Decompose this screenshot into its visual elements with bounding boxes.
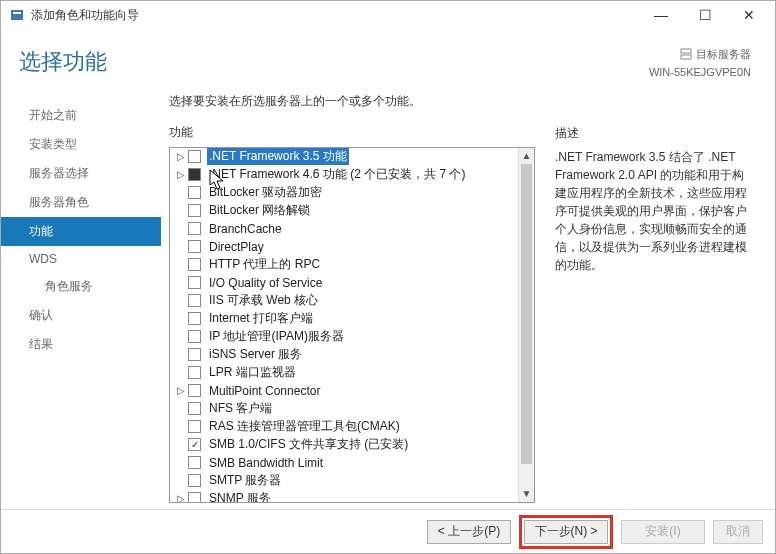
server-icon	[679, 47, 693, 65]
feature-row-4[interactable]: BranchCache	[170, 220, 534, 238]
feature-label: .NET Framework 4.6 功能 (2 个已安装，共 7 个)	[207, 166, 467, 183]
feature-row-14[interactable]: NFS 客户端	[170, 400, 534, 418]
feature-label: BitLocker 网络解锁	[207, 202, 312, 219]
scroll-up-icon[interactable]: ▲	[519, 148, 534, 164]
feature-row-8[interactable]: IIS 可承载 Web 核心	[170, 292, 534, 310]
feature-label: SMB 1.0/CIFS 文件共享支持 (已安装)	[207, 436, 410, 453]
feature-label: I/O Quality of Service	[207, 276, 324, 290]
feature-row-3[interactable]: BitLocker 网络解锁	[170, 202, 534, 220]
sidebar-item-0[interactable]: 开始之前	[1, 101, 161, 130]
feature-checkbox[interactable]	[188, 456, 201, 469]
feature-checkbox[interactable]	[188, 492, 201, 502]
tree-twisty-icon[interactable]: ▷	[176, 493, 186, 502]
sidebar-item-8[interactable]: 结果	[1, 330, 161, 359]
feature-checkbox[interactable]	[188, 294, 201, 307]
feature-row-10[interactable]: IP 地址管理(IPAM)服务器	[170, 328, 534, 346]
tree-twisty-icon[interactable]: ▷	[176, 151, 186, 162]
svg-rect-0	[11, 10, 23, 20]
feature-label: RAS 连接管理器管理工具包(CMAK)	[207, 418, 402, 435]
wizard-footer: < 上一步(P) 下一步(N) > 安装(I) 取消	[1, 509, 775, 553]
feature-label: BranchCache	[207, 222, 284, 236]
description-label: 描述	[555, 125, 755, 142]
target-server-label: 目标服务器	[696, 48, 751, 60]
feature-row-6[interactable]: HTTP 代理上的 RPC	[170, 256, 534, 274]
feature-row-15[interactable]: RAS 连接管理器管理工具包(CMAK)	[170, 418, 534, 436]
feature-row-2[interactable]: BitLocker 驱动器加密	[170, 184, 534, 202]
feature-checkbox[interactable]: ✓	[188, 438, 201, 451]
feature-checkbox[interactable]	[188, 150, 201, 163]
feature-row-1[interactable]: ▷.NET Framework 4.6 功能 (2 个已安装，共 7 个)	[170, 166, 534, 184]
feature-checkbox[interactable]	[188, 240, 201, 253]
feature-checkbox[interactable]	[188, 222, 201, 235]
feature-row-19[interactable]: ▷SNMP 服务	[170, 490, 534, 502]
svg-rect-1	[13, 12, 21, 14]
feature-checkbox[interactable]	[188, 168, 201, 181]
feature-checkbox[interactable]	[188, 420, 201, 433]
description-text: .NET Framework 3.5 结合了 .NET Framework 2.…	[555, 148, 755, 274]
scroll-down-icon[interactable]: ▼	[519, 486, 534, 502]
app-icon	[9, 7, 25, 23]
feature-checkbox[interactable]	[188, 402, 201, 415]
next-button-highlight: 下一步(N) >	[519, 515, 613, 549]
tree-twisty-icon[interactable]: ▷	[176, 169, 186, 180]
feature-row-16[interactable]: ✓SMB 1.0/CIFS 文件共享支持 (已安装)	[170, 436, 534, 454]
feature-checkbox[interactable]	[188, 276, 201, 289]
cancel-button[interactable]: 取消	[713, 520, 763, 544]
sidebar-item-7[interactable]: 确认	[1, 301, 161, 330]
close-button[interactable]: ✕	[727, 1, 771, 29]
sidebar-item-6[interactable]: 角色服务	[1, 272, 161, 301]
svg-rect-3	[681, 55, 691, 59]
feature-row-18[interactable]: SMTP 服务器	[170, 472, 534, 490]
feature-checkbox[interactable]	[188, 204, 201, 217]
feature-row-0[interactable]: ▷.NET Framework 3.5 功能	[170, 148, 534, 166]
sidebar-item-1[interactable]: 安装类型	[1, 130, 161, 159]
target-server-name: WIN-55KEJGVPE0N	[649, 66, 751, 78]
feature-row-13[interactable]: ▷MultiPoint Connector	[170, 382, 534, 400]
next-button[interactable]: 下一步(N) >	[524, 520, 608, 544]
maximize-button[interactable]: ☐	[683, 1, 727, 29]
page-title: 选择功能	[19, 47, 649, 77]
features-listbox[interactable]: ▷.NET Framework 3.5 功能▷.NET Framework 4.…	[169, 147, 535, 503]
feature-label: MultiPoint Connector	[207, 384, 322, 398]
feature-label: SMTP 服务器	[207, 472, 283, 489]
sidebar-item-5[interactable]: WDS	[1, 246, 161, 272]
feature-checkbox[interactable]	[188, 312, 201, 325]
feature-checkbox[interactable]	[188, 186, 201, 199]
feature-label: IIS 可承载 Web 核心	[207, 292, 320, 309]
feature-label: LPR 端口监视器	[207, 364, 298, 381]
scrollbar-thumb[interactable]	[521, 164, 532, 464]
features-label: 功能	[169, 124, 535, 141]
instruction-text: 选择要安装在所选服务器上的一个或多个功能。	[169, 93, 535, 110]
minimize-button[interactable]: —	[639, 1, 683, 29]
scrollbar[interactable]: ▲ ▼	[518, 148, 534, 502]
sidebar-item-4[interactable]: 功能	[1, 217, 161, 246]
feature-label: DirectPlay	[207, 240, 266, 254]
install-button: 安装(I)	[621, 520, 705, 544]
window-title: 添加角色和功能向导	[31, 7, 639, 24]
sidebar-item-3[interactable]: 服务器角色	[1, 188, 161, 217]
feature-row-12[interactable]: LPR 端口监视器	[170, 364, 534, 382]
svg-rect-2	[681, 49, 691, 53]
feature-row-5[interactable]: DirectPlay	[170, 238, 534, 256]
tree-twisty-icon[interactable]: ▷	[176, 385, 186, 396]
feature-row-11[interactable]: iSNS Server 服务	[170, 346, 534, 364]
title-bar: 添加角色和功能向导 — ☐ ✕	[1, 1, 775, 29]
feature-checkbox[interactable]	[188, 384, 201, 397]
feature-label: SNMP 服务	[207, 490, 273, 502]
feature-checkbox[interactable]	[188, 258, 201, 271]
feature-checkbox[interactable]	[188, 366, 201, 379]
wizard-sidebar: 开始之前安装类型服务器选择服务器角色功能WDS角色服务确认结果	[1, 93, 161, 503]
feature-label: BitLocker 驱动器加密	[207, 184, 324, 201]
feature-label: Internet 打印客户端	[207, 310, 315, 327]
feature-checkbox[interactable]	[188, 348, 201, 361]
wizard-header: 选择功能 目标服务器 WIN-55KEJGVPE0N	[1, 29, 775, 85]
feature-checkbox[interactable]	[188, 474, 201, 487]
feature-row-17[interactable]: SMB Bandwidth Limit	[170, 454, 534, 472]
feature-label: NFS 客户端	[207, 400, 274, 417]
previous-button[interactable]: < 上一步(P)	[427, 520, 511, 544]
feature-checkbox[interactable]	[188, 330, 201, 343]
feature-label: iSNS Server 服务	[207, 346, 304, 363]
feature-row-9[interactable]: Internet 打印客户端	[170, 310, 534, 328]
sidebar-item-2[interactable]: 服务器选择	[1, 159, 161, 188]
feature-row-7[interactable]: I/O Quality of Service	[170, 274, 534, 292]
